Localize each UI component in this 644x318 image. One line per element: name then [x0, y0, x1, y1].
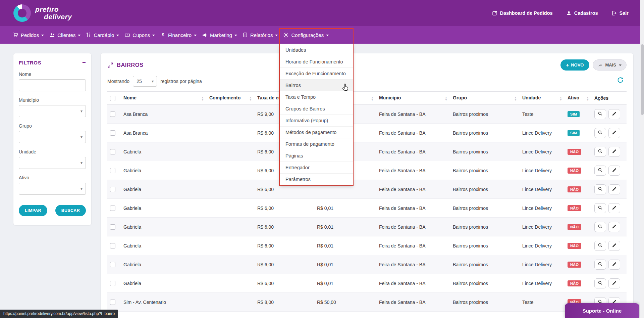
- edit-button[interactable]: [608, 147, 620, 157]
- row-checkbox[interactable]: [110, 224, 115, 230]
- pencil-icon: [612, 130, 617, 136]
- chevron-down-icon: [619, 64, 622, 66]
- edit-button[interactable]: [608, 241, 620, 251]
- nav-item-marketing[interactable]: Marketing: [201, 32, 238, 38]
- nav-item-label: Pedidos: [21, 32, 39, 38]
- edit-button[interactable]: [608, 166, 620, 176]
- header-link-cadastros[interactable]: Cadastros: [566, 10, 598, 16]
- cell-select: [107, 255, 121, 274]
- col-acoes[interactable]: Ações: [592, 92, 627, 105]
- cell-taxa: R$ 8,00: [255, 293, 314, 312]
- cell-complemento: [207, 236, 255, 255]
- search-button[interactable]: BUSCAR: [55, 205, 86, 216]
- nav-item-cardapio[interactable]: Cardápio: [85, 32, 120, 38]
- nav-item-cupons[interactable]: Cupons: [123, 32, 156, 38]
- menu-item-entregador[interactable]: Entregador: [280, 162, 353, 174]
- col-unidade[interactable]: Unidade▲▼: [520, 92, 565, 105]
- sort-icon[interactable]: ▲▼: [445, 96, 447, 101]
- menu-item-paginas[interactable]: Páginas: [280, 150, 353, 162]
- sort-icon[interactable]: ▲▼: [559, 96, 562, 101]
- view-button[interactable]: [594, 184, 606, 194]
- view-button[interactable]: [594, 203, 606, 213]
- cell-municipio: Feira de Santana - BA: [376, 236, 450, 255]
- brand-logo[interactable]: prefiro delivery: [13, 4, 72, 22]
- more-button-label: MAIS: [605, 62, 616, 67]
- chevron-down-icon: [116, 35, 119, 36]
- sort-icon[interactable]: ▲▼: [586, 96, 589, 101]
- municipio-select[interactable]: [19, 105, 86, 117]
- table-row: GabrielaR$ 6,00R$ 0,01Feira de Santana -…: [107, 218, 627, 236]
- row-checkbox[interactable]: [110, 300, 115, 305]
- view-button[interactable]: [594, 166, 606, 176]
- view-button[interactable]: [594, 241, 606, 251]
- sort-icon[interactable]: ▲▼: [249, 96, 252, 101]
- nome-input[interactable]: [19, 79, 86, 91]
- refresh-button[interactable]: [616, 76, 625, 85]
- edit-button[interactable]: [608, 184, 620, 194]
- view-button[interactable]: [594, 147, 606, 157]
- sort-icon[interactable]: ▲▼: [371, 96, 374, 101]
- menu-item-grupos-de-bairros[interactable]: Grupos de Bairros: [280, 103, 353, 115]
- menu-item-excecao-de-funcionamento[interactable]: Exceção de Funcionamento: [280, 68, 353, 80]
- select-all-checkbox[interactable]: [110, 96, 115, 101]
- page-size-select[interactable]: 25: [133, 76, 157, 87]
- view-button[interactable]: [594, 128, 606, 138]
- header-link-sair[interactable]: Sair: [611, 10, 629, 16]
- nav-item-clientes[interactable]: Clientes: [48, 32, 82, 38]
- row-checkbox[interactable]: [110, 262, 115, 267]
- col-municipio[interactable]: Município▲▼: [376, 92, 450, 105]
- row-checkbox[interactable]: [110, 111, 115, 117]
- nav-item-financeiro[interactable]: $Financeiro: [159, 32, 198, 38]
- edit-button[interactable]: [608, 222, 620, 232]
- edit-button[interactable]: [608, 128, 620, 138]
- menu-item-unidades[interactable]: Unidades: [280, 44, 353, 56]
- cell-nome: Gabriela: [121, 274, 207, 293]
- row-checkbox[interactable]: [110, 243, 115, 248]
- cell-select: [107, 105, 121, 124]
- edit-button[interactable]: [608, 278, 620, 288]
- nav-item-relatorios[interactable]: Relatórios: [241, 32, 279, 38]
- menu-item-taxa-e-tempo[interactable]: Taxa e Tempo: [280, 91, 353, 103]
- row-checkbox[interactable]: [110, 281, 115, 286]
- column-label: Complemento: [209, 95, 240, 100]
- row-checkbox[interactable]: [110, 168, 115, 173]
- menu-item-metodos-de-pagamento[interactable]: Métodos de pagamento: [280, 127, 353, 138]
- cell-municipio: Feira de Santana - BA: [376, 312, 450, 318]
- scrollbar-thumb[interactable]: [641, 44, 644, 115]
- menu-item-informativo-popup[interactable]: Informativo (Popup): [280, 115, 353, 127]
- nav-item-pedidos[interactable]: Pedidos: [11, 32, 45, 38]
- new-button[interactable]: + NOVO: [560, 59, 589, 71]
- clear-button[interactable]: LIMPAR: [19, 205, 47, 216]
- more-button[interactable]: MAIS: [593, 59, 627, 71]
- ativo-select[interactable]: [19, 183, 86, 195]
- menu-item-horario-de-funcionamento[interactable]: Horario de Funcionamento: [280, 56, 353, 68]
- row-checkbox[interactable]: [110, 206, 115, 211]
- row-checkbox[interactable]: [110, 130, 115, 136]
- page-scrollbar[interactable]: [640, 0, 644, 318]
- support-label: Suporte - Online: [583, 308, 622, 314]
- col-nome[interactable]: Nome▲▼: [121, 92, 207, 105]
- unidade-select[interactable]: [19, 157, 86, 169]
- expand-icon[interactable]: [107, 62, 113, 68]
- edit-button[interactable]: [608, 109, 620, 119]
- menu-item-bairros[interactable]: Bairros: [280, 80, 353, 91]
- grupo-select[interactable]: [19, 131, 86, 143]
- view-button[interactable]: [594, 222, 606, 232]
- collapse-icon[interactable]: −: [82, 59, 86, 65]
- view-button[interactable]: [594, 278, 606, 288]
- menu-item-formas-de-pagamento[interactable]: Formas de pagamento: [280, 138, 353, 150]
- menu-item-parametros[interactable]: Parâmetros: [280, 174, 353, 185]
- col-ativo[interactable]: Ativo▲▼: [565, 92, 592, 105]
- sort-icon[interactable]: ▲▼: [514, 96, 517, 101]
- row-checkbox[interactable]: [110, 149, 115, 154]
- view-button[interactable]: [594, 260, 606, 270]
- sort-icon[interactable]: ▲▼: [201, 96, 204, 101]
- col-grupo[interactable]: Grupo▲▼: [450, 92, 520, 105]
- row-checkbox[interactable]: [110, 187, 115, 192]
- col-complemento[interactable]: Complemento▲▼: [207, 92, 255, 105]
- edit-button[interactable]: [608, 260, 620, 270]
- support-chat-widget[interactable]: Suporte - Online: [565, 303, 639, 318]
- header-link-dashboard-de-pedidos[interactable]: Dashboard de Pedidos: [492, 10, 553, 16]
- view-button[interactable]: [594, 109, 606, 119]
- edit-button[interactable]: [608, 203, 620, 213]
